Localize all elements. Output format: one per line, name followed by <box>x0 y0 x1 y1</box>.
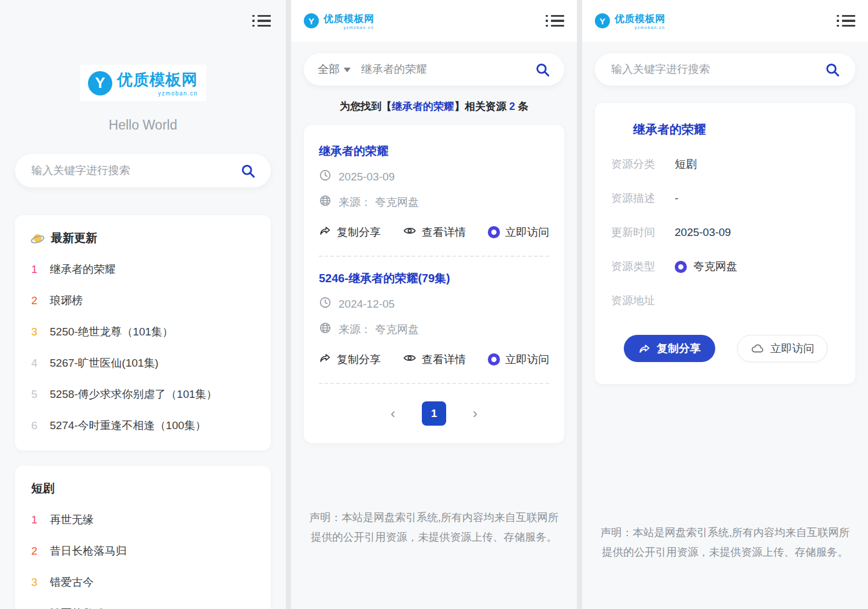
list-item[interactable]: 65274-今时重逢不相逢（100集） <box>31 418 255 433</box>
resource-title[interactable]: 继承者的荣耀 <box>633 121 839 138</box>
pagination: ‹ 1 › <box>319 383 549 426</box>
logo[interactable]: Y 优质模板网 yzmoban.cn <box>595 12 665 29</box>
list-item[interactable]: 2昔日长枪落马归 <box>31 544 255 559</box>
share-arrow-icon <box>638 342 651 355</box>
result-source: 夸克网盘 <box>375 322 419 337</box>
item-title: 继承者的荣耀 <box>50 262 116 277</box>
netdisk-icon <box>675 261 687 273</box>
list-item[interactable]: 1再世无缘 <box>31 512 255 527</box>
brand-mark-icon: Y <box>304 13 319 28</box>
visit-now-label: 立即访问 <box>505 352 549 367</box>
item-title: 昔日长枪落马归 <box>50 544 127 559</box>
latest-updates-list: 1继承者的荣耀 2琅琊榜 35250-绝世龙尊（101集） 45267-旷世医仙… <box>31 262 255 433</box>
row-label: 资源地址 <box>611 293 675 308</box>
visit-now-button[interactable]: 立即访问 <box>488 351 549 368</box>
result-item: 继承者的荣耀 2025-03-09 来源：夸克网盘 复制分享 <box>319 130 549 256</box>
search-input[interactable] <box>30 164 240 178</box>
list-item[interactable]: 4神医的救赎 <box>31 606 255 609</box>
brand-domain: yzmoban.cn <box>117 90 198 97</box>
menu-icon[interactable] <box>546 15 564 27</box>
page-1-button[interactable]: 1 <box>422 401 446 426</box>
rank-number: 3 <box>31 576 39 589</box>
item-title: 5274-今时重逢不相逢（100集） <box>50 418 206 433</box>
rank-number: 3 <box>31 326 39 338</box>
summary-count: 2 <box>509 101 515 112</box>
item-title: 5250-绝世龙尊（101集） <box>50 324 173 339</box>
copy-share-label: 复制分享 <box>657 341 701 356</box>
logo[interactable]: Y 优质模板网 yzmoban.cn <box>80 65 206 101</box>
list-item[interactable]: 35250-绝世龙尊（101集） <box>31 324 255 339</box>
list-item[interactable]: 2琅琊榜 <box>31 293 255 308</box>
eye-icon <box>403 224 417 241</box>
rank-number: 1 <box>31 514 39 526</box>
brand-domain: yzmoban.cn <box>323 25 374 29</box>
list-item[interactable]: 3错爱古今 <box>31 575 255 590</box>
result-source: 夸克网盘 <box>375 195 419 210</box>
brand-domain: yzmoban.cn <box>615 25 665 29</box>
brand-name: 优质模板网 <box>323 12 374 25</box>
clock-icon <box>319 169 332 184</box>
home-screen: Y 优质模板网 yzmoban.cn Hello World 最新更新 <box>0 0 286 609</box>
row-value: 夸克网盘 <box>693 259 737 274</box>
menu-icon[interactable] <box>252 15 271 27</box>
search-icon[interactable] <box>240 163 256 179</box>
rank-number: 6 <box>31 419 39 432</box>
globe-icon <box>319 322 332 337</box>
detail-row: 资源地址 <box>611 293 839 308</box>
menu-icon[interactable] <box>837 15 855 27</box>
item-title: 5258-傅少求求你别虐了（101集） <box>50 387 217 402</box>
visit-now-label: 立即访问 <box>505 225 549 240</box>
search-input[interactable] <box>610 62 825 76</box>
detail-search-bar <box>595 53 855 86</box>
search-results-screen: Y 优质模板网 yzmoban.cn 全部 为您找 <box>291 0 577 609</box>
netdisk-icon <box>488 353 500 366</box>
tagline: Hello World <box>0 117 286 133</box>
filter-label: 全部 <box>318 62 340 77</box>
result-title-link[interactable]: 5246-继承者的荣耀(79集) <box>319 271 549 286</box>
visit-now-button[interactable]: 立即访问 <box>488 224 549 241</box>
view-detail-button[interactable]: 查看详情 <box>403 224 466 241</box>
list-item[interactable]: 1继承者的荣耀 <box>31 262 255 277</box>
logo[interactable]: Y 优质模板网 yzmoban.cn <box>304 12 374 29</box>
home-topbar <box>0 0 286 42</box>
latest-updates-card: 最新更新 1继承者的荣耀 2琅琊榜 35250-绝世龙尊（101集） 45267… <box>15 215 271 451</box>
search-input[interactable] <box>360 62 525 76</box>
category-filter-dropdown[interactable]: 全部 <box>318 62 351 77</box>
copy-share-button[interactable]: 复制分享 <box>624 335 715 362</box>
copy-share-button[interactable]: 复制分享 <box>319 351 381 368</box>
list-item[interactable]: 55258-傅少求求你别虐了（101集） <box>31 387 255 402</box>
view-detail-button[interactable]: 查看详情 <box>403 351 466 368</box>
detail-buttons: 复制分享 立即访问 <box>624 335 839 362</box>
copy-share-button[interactable]: 复制分享 <box>319 224 381 241</box>
three-mobile-screens: Y 优质模板网 yzmoban.cn Hello World 最新更新 <box>0 0 868 609</box>
latest-updates-title: 最新更新 <box>51 230 97 246</box>
summary-suffix: 条 <box>515 101 528 112</box>
result-title-link[interactable]: 继承者的荣耀 <box>319 143 549 159</box>
search-icon[interactable] <box>535 62 550 77</box>
row-label: 资源分类 <box>611 157 675 172</box>
home-search-bar <box>15 154 271 187</box>
search-icon[interactable] <box>825 62 840 77</box>
prev-page-button[interactable]: ‹ <box>391 407 395 420</box>
result-source-label: 来源： <box>339 195 372 210</box>
row-value: 2025-03-09 <box>675 226 731 239</box>
detail-header: Y 优质模板网 yzmoban.cn <box>582 0 868 42</box>
rank-number: 2 <box>31 545 39 558</box>
rank-number: 4 <box>31 357 39 370</box>
row-label: 资源类型 <box>611 259 675 274</box>
row-value: - <box>675 192 678 205</box>
item-title: 琅琊榜 <box>50 293 83 308</box>
result-item: 5246-继承者的荣耀(79集) 2024-12-05 来源：夸克网盘 复制分享 <box>319 256 549 383</box>
row-label: 资源描述 <box>611 191 675 206</box>
results-card: 继承者的荣耀 2025-03-09 来源：夸克网盘 复制分享 <box>304 125 564 443</box>
view-detail-label: 查看详情 <box>422 352 466 367</box>
results-search-bar: 全部 <box>304 53 564 86</box>
result-summary: 为您找到【继承者的荣耀】相关资源 2 条 <box>291 99 577 113</box>
copy-share-label: 复制分享 <box>337 225 381 240</box>
row-value: 短剧 <box>675 157 697 172</box>
list-item[interactable]: 45267-旷世医仙(101集) <box>31 356 255 371</box>
rank-number: 5 <box>31 388 39 401</box>
summary-prefix: 为您找到【 <box>340 101 392 112</box>
visit-now-button[interactable]: 立即访问 <box>737 335 827 362</box>
next-page-button[interactable]: › <box>473 407 477 420</box>
